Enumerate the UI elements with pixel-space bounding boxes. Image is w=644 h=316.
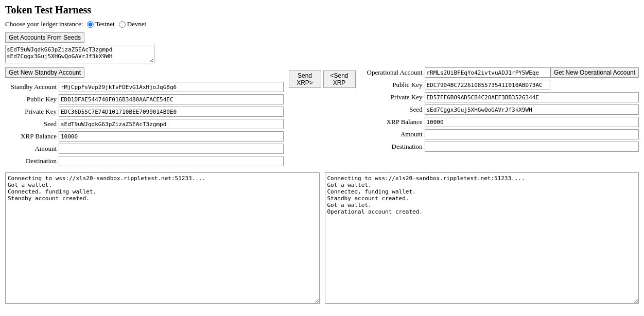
right-amount-label: Amount [361, 130, 423, 138]
left-amount-label: Amount [5, 145, 57, 153]
left-seed-row: Seed [5, 119, 284, 129]
right-xrp-balance-input[interactable] [425, 117, 639, 127]
devnet-label[interactable]: Devnet [119, 20, 147, 28]
right-seed-input[interactable] [425, 104, 639, 115]
testnet-radio[interactable] [87, 21, 94, 28]
main-grid: Get New Standby Account Standby Account … [5, 67, 639, 168]
left-seed-label: Seed [5, 120, 57, 128]
devnet-text: Devnet [127, 20, 147, 28]
get-new-standby-account-button[interactable]: Get New Standby Account [5, 67, 84, 78]
right-seed-label: Seed [361, 106, 423, 114]
right-destination-input[interactable] [425, 142, 639, 152]
right-private-key-input[interactable] [425, 92, 639, 102]
left-xrp-balance-label: XRP Balance [5, 132, 57, 141]
testnet-label[interactable]: Testnet [87, 20, 114, 28]
right-xrp-balance-label: XRP Balance [361, 118, 423, 126]
left-public-key-input[interactable] [59, 94, 284, 104]
send-xrp-left-button[interactable]: <Send XRP [323, 71, 356, 88]
send-xrp-right-button[interactable]: Send XRP> [289, 71, 321, 88]
left-private-key-input[interactable] [59, 107, 284, 117]
ledger-choice: Choose your ledger instance: Testnet Dev… [5, 20, 639, 28]
devnet-radio[interactable] [119, 21, 126, 28]
right-amount-input[interactable] [425, 129, 639, 139]
left-public-key-label: Public Key [5, 95, 57, 103]
left-public-key-row: Public Key [5, 94, 284, 104]
left-amount-input[interactable] [59, 144, 284, 154]
left-xrp-balance-input[interactable] [59, 131, 284, 142]
get-accounts-from-seeds-button[interactable]: Get Accounts From Seeds [5, 32, 84, 43]
left-destination-row: Destination [5, 156, 284, 166]
testnet-text: Testnet [95, 20, 114, 28]
right-destination-label: Destination [361, 143, 423, 151]
right-destination-row: Destination [361, 142, 639, 152]
right-private-key-row: Private Key [361, 92, 639, 102]
right-public-key-input[interactable] [425, 80, 550, 90]
operational-account-row: Operational Account [361, 67, 550, 78]
get-new-operational-account-button[interactable]: Get New Operational Account [550, 67, 639, 78]
standby-account-input[interactable] [59, 82, 284, 92]
seeds-section: Get Accounts From Seeds sEdT9uWJqdkG63pZ… [5, 32, 639, 63]
right-private-key-label: Private Key [361, 93, 423, 101]
right-public-key-row: Public Key [361, 80, 550, 90]
standby-account-row: Standby Account [5, 82, 284, 92]
left-private-key-label: Private Key [5, 108, 57, 116]
operational-account-input[interactable] [425, 67, 550, 78]
right-amount-row: Amount [361, 129, 639, 139]
right-log-area[interactable]: Connecting to wss://xls20-sandbox.ripple… [325, 172, 639, 304]
operational-account-label: Operational Account [361, 68, 423, 77]
seeds-textarea[interactable]: sEdT9uWJqdkG63pZizaZ5EAcT3zgmpd sEd7Cggx… [5, 45, 154, 63]
right-xrp-balance-row: XRP Balance [361, 117, 639, 127]
left-seed-input[interactable] [59, 119, 284, 129]
left-destination-label: Destination [5, 157, 57, 165]
center-buttons: Send XRP> <Send XRP [289, 68, 356, 88]
left-log-area[interactable]: Connecting to wss://xls20-sandbox.ripple… [5, 172, 320, 304]
ledger-choice-label: Choose your ledger instance: [5, 20, 83, 28]
left-amount-row: Amount [5, 144, 284, 154]
left-xrp-balance-row: XRP Balance [5, 131, 284, 142]
right-seed-row: Seed [361, 104, 639, 115]
right-panel: Get New Operational Account Operational … [356, 67, 639, 168]
page-title: Token Test Harness [5, 4, 639, 16]
standby-account-label: Standby Account [5, 83, 57, 91]
center-panel: Send XRP> <Send XRP [289, 67, 356, 168]
left-destination-input[interactable] [59, 156, 284, 166]
right-public-key-label: Public Key [361, 81, 423, 89]
log-section: Connecting to wss://xls20-sandbox.ripple… [5, 172, 639, 304]
left-panel: Get New Standby Account Standby Account … [5, 67, 289, 168]
left-private-key-row: Private Key [5, 107, 284, 117]
